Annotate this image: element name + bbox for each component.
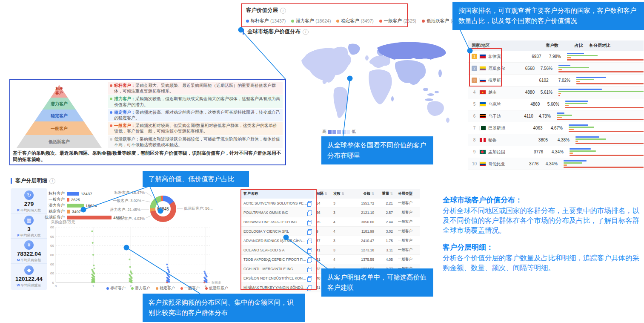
copy-icon[interactable]: [308, 239, 312, 243]
pyramid-layer-label: 稳定客户: [50, 113, 68, 118]
customer-row[interactable]: BROWNSTONE ASIA-TECH INC.7543056.002.44一…: [240, 217, 420, 227]
country-tier-bars: [561, 52, 644, 61]
customer-tier: 一般客户: [393, 201, 420, 206]
stat-value: 120122.44: [11, 276, 47, 282]
scatter-point-潜力客户[interactable]: [93, 265, 94, 266]
bar-row-一般客户[interactable]: 一般客户2625: [40, 197, 164, 202]
bar-row-潜力客户[interactable]: 潜力客户18624: [40, 203, 164, 208]
copy-icon[interactable]: [308, 229, 312, 234]
customer-row[interactable]: ACRE SURVEYING SOLUTIONS PERU S A C AC54…: [240, 199, 420, 208]
scatter-point-标杆客户[interactable]: [169, 276, 170, 278]
customer-row[interactable]: OCEANO SEAFOOD S A4131273.183.11一般客户: [240, 245, 420, 255]
country-row-巴基斯坦[interactable]: 7巴基斯坦40634.67%: [468, 122, 644, 134]
copy-icon[interactable]: [308, 248, 312, 252]
country-name: 乌干达: [488, 113, 501, 119]
country-row-乌克兰[interactable]: 5乌克兰48695.60%: [468, 98, 644, 110]
country-row-孟加拉国[interactable]: 9孟加拉国37764.34%: [468, 146, 644, 158]
scatter-point-潜力客户[interactable]: [131, 273, 133, 274]
sort-icon[interactable]: ⇅: [371, 192, 374, 196]
scatter-point-潜力客户[interactable]: [91, 281, 93, 283]
copy-icon[interactable]: [308, 276, 312, 280]
scatter-legend-低活跃客户[interactable]: 低活跃客户: [205, 286, 228, 291]
country-row-菲律宾[interactable]: 1菲律宾69377.98%: [468, 51, 644, 63]
country-row-秘鲁[interactable]: 8秘鲁38054.38%: [468, 134, 644, 146]
bar-row-标杆客户[interactable]: 标杆客户13437: [40, 191, 164, 196]
scatter-point-潜力客户[interactable]: [131, 281, 133, 283]
scatter-point-潜力客户[interactable]: [92, 242, 94, 244]
scatter-y-axis-title: 采购金额/万元: [51, 219, 75, 225]
scatter-point-标杆客户[interactable]: [203, 271, 205, 272]
customer-row[interactable]: ТЗОВ АКРОБУД СЕРВІС ПРОСП ПЕРЕМОГИ 91514…: [240, 255, 420, 264]
map-color-legend: 高 低: [322, 129, 356, 135]
scatter-point-标杆客户[interactable]: [206, 281, 208, 283]
customer-header-重量[interactable]: 重量⇅: [374, 191, 393, 196]
scatter-point-潜力客户[interactable]: [94, 268, 95, 269]
scatter-point-标杆客户[interactable]: [206, 276, 208, 277]
info-icon[interactable]: i: [280, 8, 286, 14]
country-row-俄罗斯[interactable]: 3俄罗斯61027.02%: [468, 75, 644, 87]
scatter-point-一般客户[interactable]: [166, 281, 168, 283]
scatter-ytick: 200: [50, 262, 54, 266]
customer-row[interactable]: ECOLOGIA Y CIENCIA SRL941181.993.02一般客户: [240, 227, 420, 236]
tier-bar: [564, 162, 582, 164]
donut-label-一般客户: 一般客户: 3.02%: [113, 198, 141, 204]
info-icon[interactable]: i: [303, 29, 309, 35]
map-section-title: 全球市场客户价值分布 i: [243, 28, 309, 35]
scatter-point-潜力客户[interactable]: [94, 276, 95, 278]
bar-row-稳定客户[interactable]: 稳定客户3497: [40, 209, 164, 214]
tier-bar: [558, 69, 562, 70]
country-row-厄瓜多尔[interactable]: 2厄瓜多尔65687.56%: [468, 63, 644, 75]
copy-icon[interactable]: [308, 257, 312, 262]
stat-label: F平均采购天数: [11, 233, 47, 238]
legend-item-潜力客户[interactable]: 潜力客户(18624): [291, 18, 331, 24]
sort-icon[interactable]: ⇅: [390, 192, 393, 196]
customer-amount: 1181.99: [349, 229, 374, 234]
stat-icon: ¥: [24, 240, 34, 250]
scatter-legend-稳定客户[interactable]: 稳定客户: [156, 286, 175, 291]
scatter-point-标杆客户[interactable]: [169, 271, 170, 273]
copy-icon[interactable]: [308, 201, 312, 205]
scatter-point-潜力客户[interactable]: [131, 277, 133, 279]
copy-icon[interactable]: [308, 211, 312, 215]
scatter-point-潜力客户[interactable]: [91, 231, 93, 232]
country-row-乌干达[interactable]: 6乌干达41104.73%: [468, 110, 644, 122]
country-row-越南[interactable]: 4★越南48805.61%: [468, 87, 644, 98]
sort-icon[interactable]: ⇅: [324, 192, 327, 196]
customer-header-次数[interactable]: 次数⇅: [331, 191, 349, 196]
customer-header-间隔[interactable]: 间隔⇅: [314, 191, 331, 196]
country-row-哥伦比亚[interactable]: 10哥伦比亚37764.34%: [468, 158, 644, 170]
customer-header-金额[interactable]: 金额⇅: [349, 191, 374, 196]
scatter-point-标杆客户[interactable]: [166, 263, 168, 265]
country-flag-icon: [479, 150, 486, 154]
scatter-point-潜力客户[interactable]: [129, 259, 130, 260]
customer-row[interactable]: ADVANCED BIONICS İŞİTME CİHAZLARI TİCARE…: [240, 236, 420, 245]
scatter-point-潜力客户[interactable]: [129, 266, 131, 268]
legend-item-稳定客户[interactable]: 稳定客户(3497): [336, 18, 373, 24]
bar: [67, 192, 79, 196]
legend-dot: [379, 20, 382, 23]
scatter-point-潜力客户[interactable]: [92, 254, 94, 256]
legend-item-标杆客户[interactable]: 标杆客户(13437): [246, 18, 286, 24]
scatter-legend-一般客户[interactable]: 一般客户: [180, 286, 200, 291]
scatter-legend-标杆客户[interactable]: 标杆客户: [106, 286, 126, 291]
copy-icon[interactable]: [308, 286, 312, 290]
tier-bar: [567, 57, 571, 58]
tier-bar: [558, 71, 644, 72]
country-name: 菲律宾: [488, 54, 501, 60]
country-tier-bars: [552, 64, 644, 73]
title-bar: [243, 29, 244, 35]
info-icon[interactable]: i: [49, 178, 55, 184]
map-legend-gradient: [328, 130, 350, 134]
copy-icon[interactable]: [308, 267, 312, 271]
scatter-point-潜力客户[interactable]: [94, 281, 95, 283]
scatter-point-标杆客户[interactable]: [167, 267, 169, 268]
copy-icon[interactable]: [308, 220, 312, 224]
scatter-point-标杆客户[interactable]: [169, 281, 170, 283]
tier-dot-icon: [110, 138, 112, 141]
scatter-point-一般客户[interactable]: [203, 281, 205, 283]
sort-icon[interactable]: ⇅: [341, 192, 344, 196]
customer-row[interactable]: POULTRYMAX OMNIS INC6632121.102.57一般客户: [240, 208, 420, 217]
scatter-legend-潜力客户[interactable]: 潜力客户: [131, 286, 150, 291]
scatter-point-潜力客户[interactable]: [94, 273, 95, 274]
legend-item-一般客户[interactable]: 一般客户(2625): [379, 18, 416, 24]
